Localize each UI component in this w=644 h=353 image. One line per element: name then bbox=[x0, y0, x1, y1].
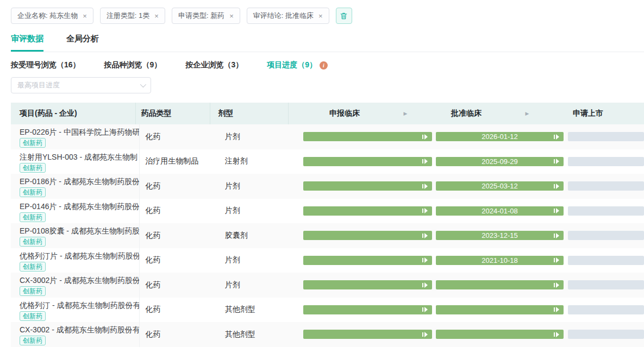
approve-clinical-bar[interactable]: 2024-01-08 bbox=[436, 206, 564, 216]
progress-table: 项目(药品 - 企业) 药品类型 剂型 申报临床 ▶ 批准临床 ▶ 申请上市 E… bbox=[11, 103, 644, 347]
table-row[interactable]: 注射用YLSH-003 - 成都苑东生物制 创新药 治疗用生物制品 注射剂 20… bbox=[11, 149, 644, 174]
approve-clinical-bar[interactable]: 2023-12-15 bbox=[436, 231, 564, 240]
col-header-drug-type: 药品类型 bbox=[136, 103, 211, 124]
project-cell: EP-0186片 - 成都苑东生物制药股份 创新药 bbox=[11, 174, 140, 199]
step-forward-icon bbox=[422, 184, 428, 189]
subtab-by-variety[interactable]: 按品种浏览（9） bbox=[104, 60, 162, 70]
step-forward-icon bbox=[422, 134, 428, 140]
filter-tag-label: 注册类型: 1类 bbox=[107, 11, 149, 21]
table-row[interactable]: CX-3002片 - 成都苑东生物制药股份 创新药 化药 片剂 bbox=[11, 273, 644, 298]
table-row[interactable]: 优格列汀片 - 成都苑东生物制药股份 创新药 化药 片剂 2021-10-18 bbox=[11, 248, 644, 273]
step-forward-icon bbox=[422, 282, 428, 288]
declare-clinical-bar[interactable] bbox=[303, 206, 432, 216]
max-progress-select[interactable]: 最高项目进度 bbox=[11, 77, 151, 93]
tab-review-data[interactable]: 审评数据 bbox=[11, 34, 43, 52]
project-cell: CX-3002 - 成都苑东生物制药股份有 创新药 bbox=[11, 322, 140, 347]
step-forward-icon bbox=[422, 257, 428, 263]
declare-clinical-bar[interactable] bbox=[303, 157, 432, 166]
remove-filter-icon[interactable]: × bbox=[83, 12, 87, 20]
innovation-badge: 创新药 bbox=[20, 286, 46, 296]
subtab-project-progress[interactable]: 项目进度（9） i bbox=[267, 60, 328, 70]
apply-market-bar bbox=[568, 256, 644, 265]
stage-arrow-icon: ▶ bbox=[401, 111, 410, 116]
remove-filter-icon[interactable]: × bbox=[229, 12, 234, 20]
approve-clinical-bar[interactable] bbox=[436, 280, 564, 289]
declare-clinical-bar[interactable] bbox=[303, 256, 432, 265]
remove-filter-icon[interactable]: × bbox=[154, 12, 159, 20]
col-header-apply-market: 申请上市 bbox=[532, 109, 644, 118]
filter-tag-label: 审评结论: 批准临床 bbox=[253, 11, 314, 21]
innovation-badge: 创新药 bbox=[20, 163, 46, 173]
project-name: CX-3002片 - 成都苑东生物制药股份 bbox=[20, 275, 135, 286]
drug-type-cell: 化药 bbox=[140, 132, 217, 142]
apply-market-bar bbox=[568, 330, 644, 339]
remove-filter-icon[interactable]: × bbox=[318, 12, 323, 20]
declare-clinical-bar[interactable] bbox=[303, 305, 432, 314]
declare-clinical-bar[interactable] bbox=[303, 132, 432, 141]
table-row[interactable]: EP-0108胶囊 - 成都苑东生物制药股 创新药 化药 胶囊剂 2023-12… bbox=[11, 223, 644, 248]
drug-type-cell: 化药 bbox=[140, 255, 217, 265]
subtab-label: 项目进度（9） bbox=[267, 60, 317, 70]
approve-clinical-bar[interactable] bbox=[436, 305, 564, 314]
innovation-badge: 创新药 bbox=[20, 262, 46, 272]
table-row[interactable]: EP-0146片 - 成都苑东生物制药股份 创新药 化药 片剂 2024-01-… bbox=[11, 199, 644, 224]
dosage-form-cell: 注射剂 bbox=[217, 156, 298, 166]
clear-all-filters-button[interactable] bbox=[336, 8, 352, 24]
approve-clinical-bar[interactable]: 2025-09-29 bbox=[436, 157, 564, 166]
project-name: EP-0226片 - 中国科学院上海药物研 bbox=[20, 127, 135, 137]
innovation-badge: 创新药 bbox=[20, 212, 46, 222]
table-row[interactable]: EP-0226片 - 中国科学院上海药物研 创新药 化药 片剂 2026-01-… bbox=[11, 124, 644, 149]
dosage-form-cell: 其他剂型 bbox=[217, 305, 298, 314]
approve-clinical-bar[interactable]: 2021-10-18 bbox=[436, 256, 564, 265]
table-row[interactable]: CX-3002 - 成都苑东生物制药股份有 创新药 化药 其他剂型 bbox=[11, 322, 644, 347]
step-forward-icon bbox=[554, 208, 560, 213]
drug-type-cell: 化药 bbox=[140, 330, 217, 339]
subtab-by-company[interactable]: 按企业浏览（3） bbox=[185, 60, 243, 70]
apply-market-bar bbox=[568, 280, 644, 289]
project-cell: 优格列汀 - 成都苑东生物制药股份有 创新药 bbox=[11, 298, 140, 323]
project-cell: EP-0146片 - 成都苑东生物制药股份 创新药 bbox=[11, 199, 140, 224]
trash-icon bbox=[340, 12, 348, 20]
approve-clinical-bar[interactable]: 2025-03-12 bbox=[436, 181, 564, 191]
project-cell: CX-3002片 - 成都苑东生物制药股份 创新药 bbox=[11, 273, 140, 298]
table-header-row: 项目(药品 - 企业) 药品类型 剂型 申报临床 ▶ 批准临床 ▶ 申请上市 bbox=[11, 103, 644, 124]
step-forward-icon bbox=[554, 257, 560, 263]
step-forward-icon bbox=[554, 233, 560, 238]
filter-tag-label: 企业名称: 苑东生物 bbox=[17, 11, 78, 21]
apply-market-bar bbox=[568, 206, 644, 216]
table-row[interactable]: EP-0186片 - 成都苑东生物制药股份 创新药 化药 片剂 2025-03-… bbox=[11, 174, 644, 199]
approve-date: 2021-10-18 bbox=[482, 256, 518, 264]
dosage-form-cell: 片剂 bbox=[217, 255, 298, 265]
project-name: 注射用YLSH-003 - 成都苑东生物制 bbox=[20, 152, 135, 162]
innovation-badge: 创新药 bbox=[20, 237, 46, 247]
apply-market-bar bbox=[568, 157, 644, 166]
filter-tag-review-result[interactable]: 审评结论: 批准临床 × bbox=[247, 8, 329, 24]
project-cell: EP-0108胶囊 - 成都苑东生物制药股 创新药 bbox=[11, 223, 140, 248]
table-row[interactable]: 优格列汀 - 成都苑东生物制药股份有 创新药 化药 其他剂型 bbox=[11, 298, 644, 323]
dosage-form-cell: 其他剂型 bbox=[217, 330, 298, 339]
step-forward-icon bbox=[422, 159, 428, 164]
approve-date: 2025-09-29 bbox=[482, 157, 518, 166]
declare-clinical-bar[interactable] bbox=[303, 330, 432, 339]
tab-global-analysis[interactable]: 全局分析 bbox=[66, 34, 99, 52]
col-header-approve-clinical: 批准临床 bbox=[410, 109, 522, 118]
filter-tag-register-type[interactable]: 注册类型: 1类 × bbox=[100, 8, 165, 24]
subtab-by-acceptance-no[interactable]: 按受理号浏览（16） bbox=[11, 60, 80, 70]
declare-clinical-bar[interactable] bbox=[303, 280, 432, 289]
apply-market-bar bbox=[568, 305, 644, 314]
approve-clinical-bar[interactable] bbox=[436, 330, 564, 339]
col-header-project: 项目(药品 - 企业) bbox=[11, 103, 136, 124]
declare-clinical-bar[interactable] bbox=[303, 231, 432, 240]
approve-date: 2026-01-12 bbox=[482, 133, 518, 141]
dosage-form-cell: 片剂 bbox=[217, 206, 298, 216]
approve-date: 2023-12-15 bbox=[482, 231, 518, 239]
filter-tag-company[interactable]: 企业名称: 苑东生物 × bbox=[11, 8, 93, 24]
approve-clinical-bar[interactable]: 2026-01-12 bbox=[436, 132, 564, 141]
sub-tabbar: 按受理号浏览（16） 按品种浏览（9） 按企业浏览（3） 项目进度（9） i bbox=[11, 60, 644, 70]
filter-tag-apply-type[interactable]: 申请类型: 新药 × bbox=[172, 8, 240, 24]
declare-clinical-bar[interactable] bbox=[303, 181, 432, 191]
step-forward-icon bbox=[422, 307, 428, 312]
dosage-form-cell: 片剂 bbox=[217, 280, 298, 290]
info-icon[interactable]: i bbox=[320, 61, 328, 70]
innovation-badge: 创新药 bbox=[20, 138, 46, 148]
